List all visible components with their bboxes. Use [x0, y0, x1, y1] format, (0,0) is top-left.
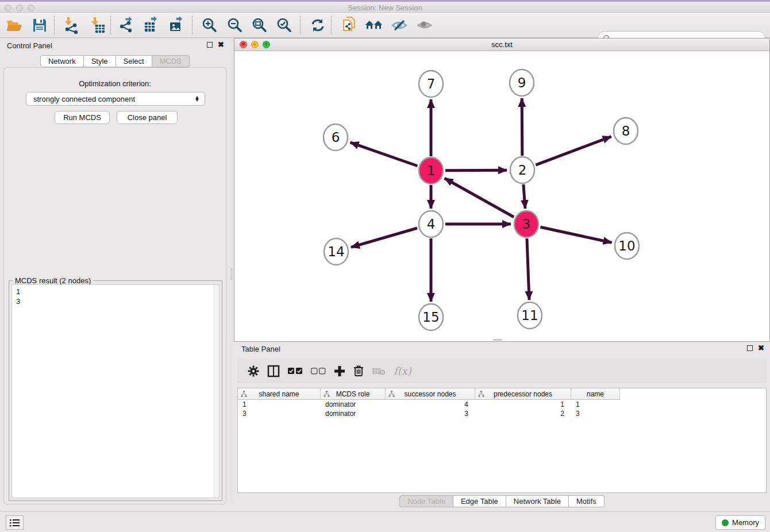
tab-network-table[interactable]: Network Table [506, 495, 569, 507]
toolbar-separator [54, 16, 55, 34]
graph-node-6[interactable]: 6 [324, 124, 348, 151]
network-view-window: ✕ − + scc.txt 7968124314101511 [234, 38, 770, 342]
graph-node-15[interactable]: 15 [419, 304, 443, 330]
zoom-selected-button[interactable] [275, 16, 294, 34]
unselect-all-columns-button[interactable] [311, 363, 326, 379]
table-settings-button[interactable] [248, 363, 259, 379]
table-cell[interactable]: 2 [475, 409, 571, 418]
column-header-MCDS-role[interactable]: MCDS role [321, 388, 386, 400]
table-cell[interactable]: dominator [321, 400, 386, 409]
list-icon [10, 519, 20, 527]
column-header-predecessor-nodes[interactable]: predecessor nodes [475, 388, 571, 400]
zoom-out-button[interactable] [225, 16, 245, 34]
graph-node-2[interactable]: 2 [510, 157, 534, 183]
graph-node-7[interactable]: 7 [419, 71, 443, 97]
mcds-result-group: MCDS result (2 nodes) 1 3 [9, 280, 222, 501]
svg-text:4: 4 [427, 217, 436, 232]
table-cell[interactable]: 4 [386, 400, 475, 409]
function-builder-button[interactable]: f(x) [394, 365, 411, 377]
graph-edge-4-14[interactable] [351, 228, 417, 247]
zoom-fit-button[interactable] [250, 16, 270, 34]
select-all-columns-button[interactable] [288, 363, 303, 379]
result-scrollbar[interactable] [214, 285, 219, 498]
task-history-button[interactable] [6, 515, 24, 530]
show-all-button[interactable] [415, 16, 434, 34]
table-cell[interactable]: 3 [238, 409, 321, 418]
graph-edge-1-6[interactable] [350, 142, 417, 166]
export-network-button[interactable] [117, 16, 137, 34]
control-panel-close-button[interactable]: ✖ [218, 42, 224, 48]
hide-eye-icon [390, 18, 409, 32]
run-mcds-button[interactable]: Run MCDS [55, 111, 110, 124]
vertical-splitter[interactable] [230, 38, 234, 504]
table-panel-float-button[interactable] [747, 345, 753, 351]
export-table-button[interactable] [143, 16, 162, 34]
plus-icon [334, 365, 345, 377]
table-cell[interactable]: 1 [238, 400, 321, 409]
criterion-dropdown[interactable]: strongly connected component ▲▼ [26, 92, 205, 106]
tab-node-table[interactable]: Node Table [399, 495, 453, 507]
graph-edge-1-2[interactable] [445, 170, 507, 171]
export-image-button[interactable] [168, 16, 187, 34]
graph-edge-2-3[interactable] [523, 184, 525, 209]
tab-mcds[interactable]: MCDS [152, 55, 190, 67]
column-header-successor-nodes[interactable]: successor nodes [386, 388, 475, 400]
graph-edge-2-8[interactable] [536, 137, 611, 165]
network-window-titlebar[interactable]: ✕ − + scc.txt [234, 38, 769, 51]
refresh-button[interactable] [308, 16, 328, 34]
mcds-result-text: 1 3 [12, 285, 219, 306]
first-neighbors-button[interactable] [364, 16, 384, 34]
network-graph-canvas[interactable]: 7968124314101511 [234, 51, 769, 341]
table-cell[interactable]: 3 [571, 409, 620, 418]
graph-edge-2-9[interactable] [522, 98, 522, 156]
graph-node-10[interactable]: 10 [615, 233, 639, 259]
create-column-button[interactable] [334, 363, 345, 379]
column-header-shared-name[interactable]: shared name [238, 388, 321, 400]
table-cell[interactable]: 3 [386, 409, 475, 418]
column-header-name[interactable]: name [571, 388, 620, 400]
save-session-button[interactable] [30, 16, 49, 34]
mcds-result-box[interactable]: 1 3 [11, 284, 220, 498]
tab-edge-table[interactable]: Edge Table [453, 495, 506, 507]
control-panel-title: Control Panel [7, 41, 52, 50]
open-file-button[interactable] [5, 16, 24, 34]
table-cell[interactable]: 1 [475, 400, 571, 409]
hide-selected-button[interactable] [390, 16, 409, 34]
delete-table-button[interactable] [372, 363, 386, 379]
show-columns-button[interactable] [267, 363, 280, 379]
zoom-in-icon [201, 17, 218, 34]
graph-edge-3-11[interactable] [527, 238, 529, 300]
graph-node-8[interactable]: 8 [614, 118, 638, 144]
graph-edge-3-1[interactable] [445, 178, 514, 217]
tab-motifs[interactable]: Motifs [569, 495, 605, 507]
table-row[interactable]: 3dominator323 [238, 409, 766, 418]
graph-node-11[interactable]: 11 [518, 302, 542, 329]
tab-style[interactable]: Style [84, 55, 116, 67]
main-toolbar [0, 13, 770, 38]
close-panel-button[interactable]: Close panel [117, 111, 178, 124]
table-panel-title: Table Panel [241, 345, 280, 353]
graph-node-14[interactable]: 14 [324, 238, 348, 265]
graph-node-9[interactable]: 9 [510, 70, 534, 96]
horizontal-splitter-grip[interactable] [493, 339, 502, 341]
tab-network[interactable]: Network [40, 55, 84, 67]
control-panel-float-button[interactable] [207, 42, 213, 48]
graph-node-1[interactable]: 1 [419, 157, 443, 184]
svg-text:3: 3 [522, 217, 531, 232]
graph-edge-3-10[interactable] [540, 227, 611, 242]
delete-column-button[interactable] [353, 363, 364, 379]
table-row[interactable]: 1dominator411 [238, 400, 766, 409]
table-panel-close-button[interactable]: ✖ [758, 345, 764, 351]
node-table: shared nameMCDS rolesuccessor nodesprede… [237, 388, 767, 493]
graph-node-4[interactable]: 4 [419, 211, 443, 237]
tab-select[interactable]: Select [116, 55, 152, 67]
import-network-button[interactable] [61, 16, 80, 34]
zoom-in-button[interactable] [200, 16, 220, 34]
graph-node-3[interactable]: 3 [514, 211, 538, 237]
svg-text:1: 1 [427, 163, 436, 178]
memory-button[interactable]: Memory [715, 515, 765, 530]
table-cell[interactable]: dominator [321, 409, 386, 418]
duplicate-network-button[interactable] [339, 16, 359, 34]
table-cell[interactable]: 1 [571, 400, 620, 409]
import-table-button[interactable] [87, 16, 107, 34]
